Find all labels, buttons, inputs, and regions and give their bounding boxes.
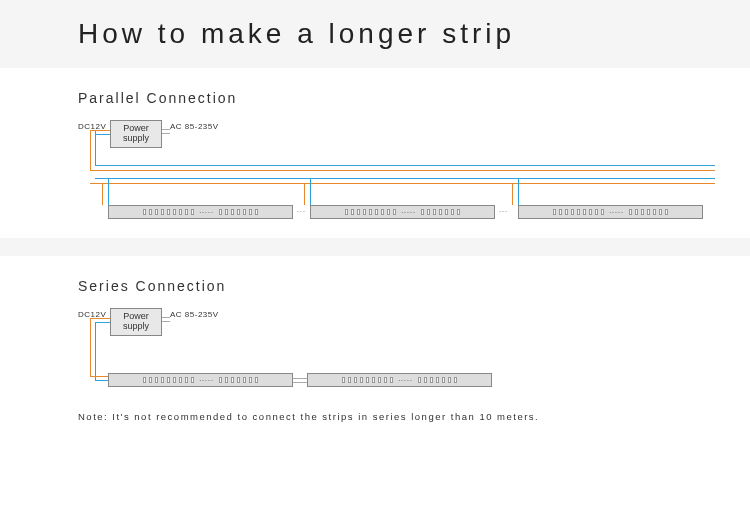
wire-orange [90, 318, 110, 319]
series-section: Series Connection DC12V Power supply AC … [0, 256, 750, 403]
series-heading: Series Connection [78, 278, 750, 294]
ac-wire [162, 133, 170, 134]
gap-dots: ··· [297, 208, 306, 215]
wire-orange [90, 318, 91, 376]
led-strip: ····· [108, 205, 293, 219]
wire-orange [102, 183, 103, 205]
wire-blue [95, 322, 110, 323]
wire-orange [512, 183, 513, 205]
separator-band [0, 238, 750, 256]
wire-blue [108, 178, 109, 205]
led-strip: ····· [108, 373, 293, 387]
parallel-section: Parallel Connection DC12V Power supply A… [0, 68, 750, 230]
power-supply-box: Power supply [110, 308, 162, 336]
series-note: Note: It's not recommended to connect th… [78, 411, 750, 422]
wire-orange [90, 130, 110, 131]
parallel-diagram: DC12V Power supply AC 85-235V ····· ·· [78, 120, 718, 230]
series-link [293, 378, 307, 379]
wire-blue [518, 178, 519, 205]
wire-blue [310, 178, 311, 205]
gap-dots: ··· [499, 208, 508, 215]
wire-orange-trunk2 [90, 183, 715, 184]
power-supply-box: Power supply [110, 120, 162, 148]
wire-blue [95, 134, 110, 135]
ac-label: AC 85-235V [170, 310, 219, 319]
wire-orange [304, 183, 305, 205]
wire-orange [90, 130, 91, 170]
page-title: How to make a longer strip [78, 18, 750, 50]
series-diagram: DC12V Power supply AC 85-235V ····· ····… [78, 308, 718, 403]
wire-blue-trunk2 [95, 178, 715, 179]
wire-blue [95, 380, 108, 381]
series-link [293, 382, 307, 383]
wire-orange-trunk [90, 170, 715, 171]
wire-blue [95, 130, 96, 165]
ac-wire [162, 129, 170, 130]
wire-orange [90, 376, 108, 377]
led-strip: ····· [307, 373, 492, 387]
wire-blue [95, 322, 96, 380]
led-strip: ····· [310, 205, 495, 219]
led-strip: ····· [518, 205, 703, 219]
ac-label: AC 85-235V [170, 122, 219, 131]
parallel-heading: Parallel Connection [78, 90, 750, 106]
ac-wire [162, 317, 170, 318]
wire-blue-trunk [95, 165, 715, 166]
ac-wire [162, 321, 170, 322]
header-band: How to make a longer strip [0, 0, 750, 68]
